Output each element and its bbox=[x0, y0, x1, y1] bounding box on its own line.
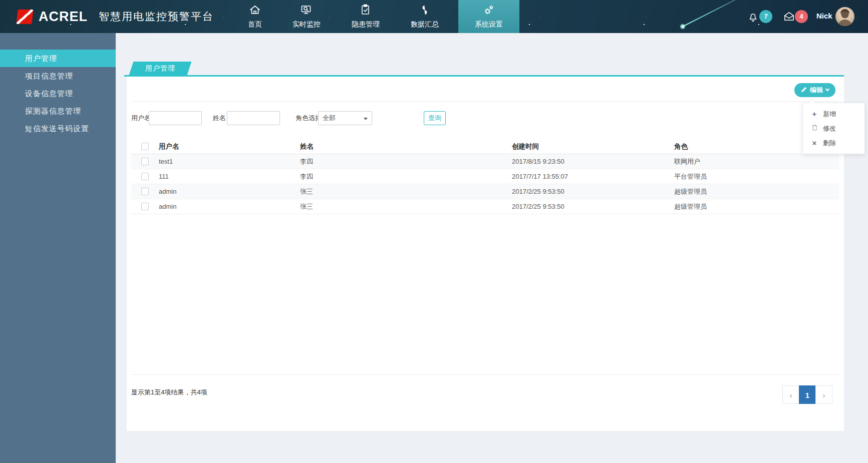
cell-role: 平台管理员 bbox=[674, 172, 839, 181]
cell-created: 2017/2/25 9:53:50 bbox=[512, 188, 674, 195]
pencil-icon bbox=[801, 87, 807, 94]
plus-icon: + bbox=[811, 110, 818, 118]
page-tab: 用户管理 bbox=[129, 62, 192, 75]
content-panel: 编辑 用户名 姓名 角色选择 全部 查询 用户名 姓名 创建时间 角色 test… bbox=[127, 77, 844, 431]
select-all-checkbox[interactable] bbox=[141, 143, 149, 150]
cell-created: 2017/7/17 13:55:07 bbox=[512, 173, 674, 180]
cell-name: 李四 bbox=[300, 157, 512, 166]
col-header-username: 用户名 bbox=[159, 142, 300, 151]
username-filter-input[interactable] bbox=[149, 111, 202, 125]
hazard-clipboard-icon bbox=[360, 4, 372, 18]
chevron-down-icon bbox=[825, 87, 829, 91]
acrel-logo-icon bbox=[16, 10, 33, 24]
nav-item-system-settings[interactable]: 系统设置 bbox=[458, 0, 519, 33]
cell-name: 李四 bbox=[300, 172, 512, 181]
edit-button[interactable]: 编辑 bbox=[794, 83, 835, 97]
message-mail-icon[interactable] bbox=[783, 11, 795, 25]
row-checkbox[interactable] bbox=[141, 203, 149, 210]
pagination-prev-button[interactable]: ‹ bbox=[782, 385, 799, 404]
sidebar-item-device-info[interactable]: 设备信息管理 bbox=[0, 85, 116, 102]
notification-bell-icon[interactable] bbox=[747, 11, 759, 25]
footer-divider bbox=[131, 374, 839, 375]
name-filter-label: 姓名 bbox=[213, 111, 226, 125]
cell-created: 2017/2/25 9:53:50 bbox=[512, 203, 674, 210]
brand: ACREL 智慧用电监控预警平台 bbox=[17, 0, 214, 33]
sidebar-item-sms-number[interactable]: 短信发送号码设置 bbox=[0, 120, 116, 137]
users-table: 用户名 姓名 创建时间 角色 test1 李四 2017/8/15 9:23:5… bbox=[131, 139, 839, 214]
sidebar-item-user-management[interactable]: 用户管理 bbox=[0, 50, 116, 67]
home-icon bbox=[249, 4, 261, 18]
table-row[interactable]: admin 张三 2017/2/25 9:53:50 超级管理员 bbox=[131, 199, 839, 214]
cell-role: 超级管理员 bbox=[674, 187, 839, 196]
cell-created: 2017/8/15 9:23:50 bbox=[512, 158, 674, 165]
menu-item-label: 修改 bbox=[823, 124, 836, 133]
select-caret-icon bbox=[364, 118, 368, 120]
edit-dropdown-menu: + 新增 修改 × 删除 bbox=[802, 103, 865, 154]
message-count-badge[interactable]: 4 bbox=[795, 10, 808, 23]
nav-label: 隐患管理 bbox=[352, 20, 380, 29]
sidebar-item-detector-info[interactable]: 探测器信息管理 bbox=[0, 102, 116, 120]
nav-label: 首页 bbox=[248, 20, 262, 29]
nav-item-data-summary[interactable]: 数据汇总 bbox=[395, 0, 454, 33]
nav-item-hazard-management[interactable]: 隐患管理 bbox=[336, 0, 395, 33]
user-avatar[interactable] bbox=[835, 7, 854, 26]
top-header: ACREL 智慧用电监控预警平台 首页 实时监控 隐患管理 数据汇总 系统设置 … bbox=[0, 0, 868, 33]
row-checkbox[interactable] bbox=[141, 173, 149, 180]
row-checkbox[interactable] bbox=[141, 158, 149, 165]
sidebar: 用户管理 项目信息管理 设备信息管理 探测器信息管理 短信发送号码设置 bbox=[0, 33, 116, 463]
table-row[interactable]: 111 李四 2017/7/17 13:55:07 平台管理员 bbox=[131, 169, 839, 184]
cell-username: 111 bbox=[159, 173, 300, 180]
nav-label: 数据汇总 bbox=[411, 20, 439, 29]
table-row[interactable]: admin 张三 2017/2/25 9:53:50 超级管理员 bbox=[131, 184, 839, 199]
notification-count-badge[interactable]: 7 bbox=[759, 10, 772, 23]
cell-username: test1 bbox=[159, 158, 300, 165]
name-filter-input[interactable] bbox=[227, 111, 280, 125]
menu-item-label: 删除 bbox=[823, 139, 836, 148]
current-username: Nick bbox=[816, 12, 832, 20]
pagination-next-button[interactable]: › bbox=[815, 385, 832, 404]
data-summary-icon bbox=[419, 4, 431, 18]
menu-item-delete[interactable]: × 删除 bbox=[803, 136, 864, 150]
modify-trash-icon bbox=[811, 124, 818, 133]
table-header-row: 用户名 姓名 创建时间 角色 bbox=[131, 139, 839, 154]
sidebar-item-project-info[interactable]: 项目信息管理 bbox=[0, 67, 116, 85]
nav-item-home[interactable]: 首页 bbox=[226, 0, 284, 33]
cell-role: 联网用户 bbox=[674, 157, 839, 166]
menu-item-modify[interactable]: 修改 bbox=[803, 121, 864, 136]
nav-label: 系统设置 bbox=[475, 20, 503, 29]
role-selected-value: 全部 bbox=[323, 114, 336, 122]
system-settings-gear-icon bbox=[483, 4, 495, 18]
platform-title: 智慧用电监控预警平台 bbox=[99, 10, 214, 24]
col-header-created: 创建时间 bbox=[512, 142, 674, 151]
delete-x-icon: × bbox=[811, 139, 818, 147]
edit-button-label: 编辑 bbox=[810, 86, 823, 95]
row-checkbox[interactable] bbox=[141, 188, 149, 195]
cell-username: admin bbox=[159, 203, 300, 210]
cell-role: 超级管理员 bbox=[674, 202, 839, 211]
menu-item-add[interactable]: + 新增 bbox=[803, 107, 864, 121]
cell-name: 张三 bbox=[300, 187, 512, 196]
cell-username: admin bbox=[159, 188, 300, 195]
search-button[interactable]: 查询 bbox=[424, 111, 446, 125]
pagination: ‹ 1 › bbox=[783, 385, 832, 404]
results-summary: 显示第1至4项结果，共4项 bbox=[131, 388, 207, 397]
realtime-monitor-icon bbox=[301, 4, 313, 18]
cell-name: 张三 bbox=[300, 202, 512, 211]
nav-item-realtime-monitor[interactable]: 实时监控 bbox=[277, 0, 336, 33]
filter-bar: 用户名 姓名 角色选择 全部 查询 bbox=[127, 111, 844, 125]
brand-name: ACREL bbox=[39, 9, 88, 25]
pagination-page-1-button[interactable]: 1 bbox=[799, 385, 816, 404]
menu-item-label: 新增 bbox=[823, 110, 836, 119]
role-select-dropdown[interactable]: 全部 bbox=[318, 111, 372, 125]
toolbar: 编辑 bbox=[131, 77, 839, 102]
col-header-name: 姓名 bbox=[300, 142, 512, 151]
user-management-page: { "header": { "logo_text": "ACREL", "pla… bbox=[0, 0, 868, 463]
nav-label: 实时监控 bbox=[293, 20, 321, 29]
username-filter-label: 用户名 bbox=[131, 111, 151, 125]
page-tab-label: 用户管理 bbox=[131, 62, 189, 75]
table-row[interactable]: test1 李四 2017/8/15 9:23:50 联网用户 bbox=[131, 154, 839, 169]
